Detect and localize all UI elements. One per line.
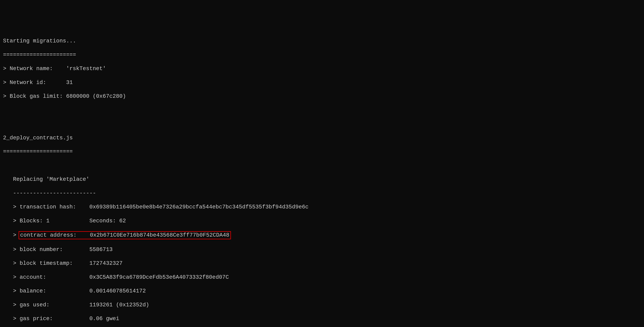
contract-prefix: > — [3, 232, 20, 238]
block-gas-limit-line: > Block gas limit: 6800000 (0x67c280) — [3, 93, 641, 100]
tx-hash-label: > transaction hash: — [3, 204, 90, 210]
transaction-hash-line: > transaction hash: 0x69389b116405be0e8b… — [3, 204, 641, 210]
contract-address-highlight: contract address: 0x2b671C0Ee716b874be43… — [18, 231, 231, 239]
blank-line — [3, 162, 641, 169]
block-timestamp-line: > block timestamp: 1727432327 — [3, 260, 641, 267]
account-line: > account: 0x3C5A83f9ca6789DceFdb53e6A40… — [3, 274, 641, 281]
network-id-line: > Network id: 31 — [3, 79, 641, 86]
blank-line — [3, 107, 641, 114]
divider-line: ====================== — [3, 52, 641, 58]
replacing-divider-line: ------------------------- — [3, 190, 641, 197]
gas-price-line: > gas price: 0.06 gwei — [3, 315, 641, 322]
migration-divider-line: ===================== — [3, 148, 641, 155]
balance-line: > balance: 0.001460785614172 — [3, 288, 641, 294]
migration-file-line: 2_deploy_contracts.js — [3, 134, 641, 141]
starting-migrations-line: Starting migrations... — [3, 38, 641, 44]
contract-address-line: > contract address: 0x2b671C0Ee716b874be… — [3, 231, 641, 239]
block-number-line: > block number: 5586713 — [3, 246, 641, 253]
tx-hash-value: 0x69389b116405be0e8b4e7326a29bccfa544ebc… — [90, 204, 308, 210]
gas-used-line: > gas used: 1193261 (0x12352d) — [3, 302, 641, 308]
terminal-output: Starting migrations... =================… — [3, 31, 641, 327]
network-name-line: > Network name: 'rskTestnet' — [3, 65, 641, 72]
blank-line — [3, 120, 641, 128]
blocks-seconds-line: > Blocks: 1 Seconds: 62 — [3, 218, 641, 224]
replacing-line: Replacing 'Marketplace' — [3, 176, 641, 183]
